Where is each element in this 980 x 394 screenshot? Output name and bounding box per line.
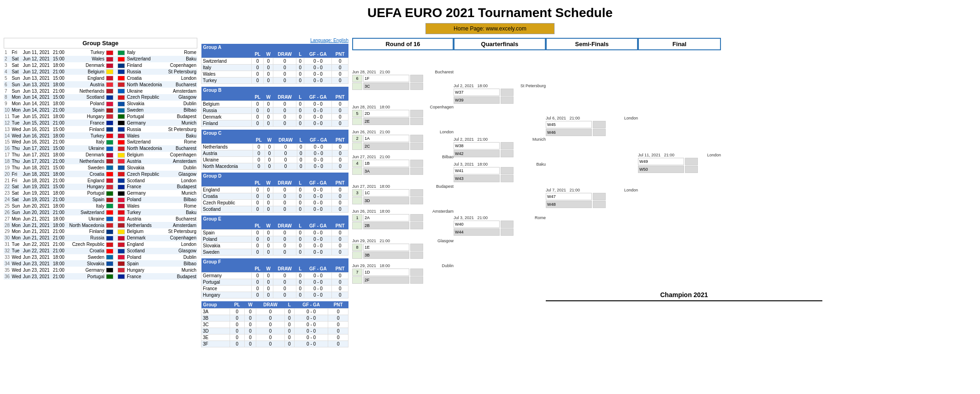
match-teams: W40 W44	[454, 221, 546, 236]
team1-score	[410, 214, 423, 221]
match-num: 17	[4, 152, 11, 158]
match-num: 5	[4, 75, 11, 81]
team1-score	[410, 75, 423, 82]
match-venue: London	[624, 116, 638, 120]
match-venue: Munich	[165, 190, 197, 197]
match-team2: North Macedonia	[126, 145, 165, 152]
team-name: Switzerland	[201, 58, 252, 65]
match-date: Jun 13, 2021	[22, 81, 52, 88]
match-date: Jun 21, 2021	[22, 222, 52, 228]
match-day: Sat	[11, 197, 22, 203]
match-flag2	[117, 101, 126, 107]
match-time: 15:00	[52, 94, 67, 101]
match-num: 25	[4, 203, 11, 209]
match-day: Wed	[11, 267, 22, 273]
match-team1: Scotland	[67, 94, 106, 101]
home-link[interactable]: Home Page: www.excely.com	[425, 23, 555, 34]
team2-name: W43	[454, 175, 500, 182]
match-flag1	[105, 254, 114, 261]
team2-score	[593, 201, 606, 208]
match-flag2	[117, 241, 126, 248]
match-time: 21:00	[52, 197, 67, 203]
team-name: Turkey	[201, 78, 252, 84]
match-flag1	[105, 94, 114, 101]
match-venue: Rome	[165, 203, 197, 209]
match-flag1	[105, 190, 114, 197]
match-flag1	[105, 62, 114, 69]
match-team1: England	[67, 177, 106, 184]
team1-row: 1 2A	[352, 214, 454, 221]
match-time: 21:00	[52, 177, 67, 184]
match-venue: Budapest	[436, 184, 454, 189]
match-datetime: Jul 3, 2021 18:00	[454, 162, 488, 167]
match-flag1	[105, 81, 114, 88]
match-venue: Copenhagen	[165, 152, 197, 158]
team2-row: W48	[546, 201, 638, 208]
match-team2: Spain	[126, 260, 165, 267]
match-day: Wed	[11, 139, 22, 145]
match-team1: Turkey	[67, 132, 106, 139]
match-venue: Bucharest	[165, 81, 197, 88]
team-name: Italy	[201, 65, 252, 71]
team-name: Hungary	[201, 292, 252, 298]
match-team2: Switzerland	[126, 56, 165, 62]
match-teams: W47 W48	[546, 193, 638, 208]
match-flag2	[117, 139, 126, 145]
match-time: 18:00	[52, 101, 67, 107]
match-venue: St Petersburg	[520, 84, 546, 88]
match-team2: North Macedonia	[126, 81, 165, 88]
team1-row: W45	[546, 121, 638, 128]
match-day: Thu	[11, 152, 22, 158]
match-id: 2	[352, 135, 362, 142]
match-venue: Baku	[536, 162, 546, 167]
match-header: Jun 29, 2021 18:00 Dublin	[352, 263, 454, 268]
match-date: Jun 18, 2021	[22, 171, 52, 177]
match-date: Jun 20, 2021	[22, 203, 52, 209]
match-flag2	[117, 145, 126, 152]
match-team1: Hungary	[67, 113, 106, 120]
match-num: 20	[4, 171, 11, 177]
team-name: Ukraine	[201, 157, 253, 163]
match-venue: Copenhagen	[430, 105, 454, 109]
match-team1: France	[67, 119, 106, 126]
group-name: Group E	[201, 215, 348, 222]
team2-name: 2E	[363, 118, 409, 125]
team2-name: W44	[454, 228, 500, 236]
team2-row: 2F	[352, 276, 454, 284]
match-header: Jun 28, 2021 18:00 Copenhagen	[352, 105, 454, 109]
match-flag2	[117, 209, 126, 215]
match-flag2	[117, 215, 126, 222]
match-venue: Glasgow	[437, 239, 454, 243]
match-teams: 1 2A 2B	[352, 214, 454, 229]
match-time: 18:00	[52, 113, 67, 120]
team1-score	[410, 135, 423, 142]
match-date: Jun 19, 2021	[22, 184, 52, 190]
match-flag1	[105, 139, 114, 145]
match-date: Jun 23, 2021	[22, 267, 52, 273]
language-link[interactable]: Language: English	[201, 38, 348, 43]
match-teams: 7 1D 2F	[352, 269, 454, 284]
match-num: 36	[4, 273, 11, 280]
match-flag2	[117, 88, 126, 94]
match-venue: Amsterdam	[165, 88, 197, 94]
match-flag1	[105, 101, 114, 107]
match-team2: Sweden	[126, 107, 165, 113]
match-flag1	[105, 184, 114, 190]
team1-score	[685, 158, 698, 165]
match-venue: Copenhagen	[165, 62, 197, 69]
match-venue: Baku	[165, 132, 197, 139]
match-day: Wed	[11, 260, 22, 267]
match-day: Sun	[11, 81, 22, 88]
schedule-table: 1 Fri Jun 11, 2021 21:00 Turkey Italy Ro…	[4, 49, 197, 280]
team2-score	[410, 251, 423, 259]
match-flag1	[105, 69, 114, 75]
match-day: Mon	[11, 235, 22, 241]
match-team1: Turkey	[67, 49, 106, 56]
team-name: North Macedonia	[201, 163, 253, 170]
match-team1: Denmark	[67, 152, 106, 158]
match-flag2	[117, 190, 126, 197]
match-num: 32	[4, 248, 11, 254]
match-flag1	[105, 273, 114, 280]
team2-name: 3D	[363, 197, 409, 204]
match-team1: Portugal	[67, 190, 106, 197]
